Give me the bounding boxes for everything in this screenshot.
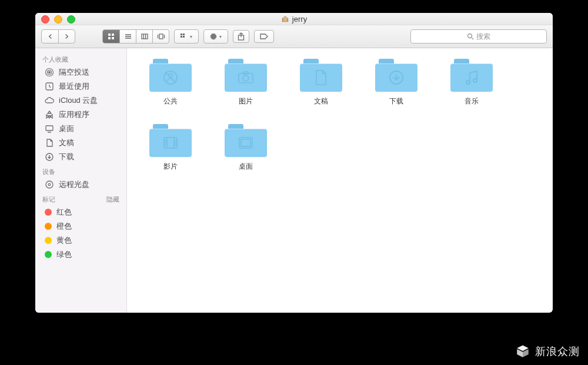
downloads-glyph <box>388 69 405 86</box>
svg-rect-14 <box>181 36 182 38</box>
watermark-text: 新浪众测 <box>535 344 580 359</box>
section-title: 个人收藏 <box>42 55 68 64</box>
section-title: 标记 <box>42 195 55 204</box>
section-title: 设备 <box>42 168 55 176</box>
sidebar-item[interactable]: 桌面 <box>35 122 126 136</box>
folder-item[interactable]: 音乐 <box>434 59 509 106</box>
sidebar-item-label: 桌面 <box>59 123 74 134</box>
tag-dot-icon <box>45 209 52 216</box>
sidebar-item-label: 远程光盘 <box>59 179 89 190</box>
home-icon <box>281 15 289 23</box>
svg-point-27 <box>46 181 53 188</box>
forward-button[interactable] <box>58 30 75 43</box>
folder-item[interactable]: 文稿 <box>283 59 359 106</box>
svg-rect-16 <box>183 36 185 38</box>
sidebar-item-label: 应用程序 <box>59 109 89 120</box>
folder-label: 音乐 <box>465 96 479 106</box>
search-icon <box>467 33 474 40</box>
folder-item[interactable]: 公共 <box>133 59 208 106</box>
sidebar-item[interactable]: 橙色 <box>35 219 126 233</box>
svg-point-18 <box>468 34 472 38</box>
disc-icon <box>45 180 54 189</box>
sidebar-item[interactable]: 最近使用 <box>35 79 126 93</box>
tag-dot-icon <box>45 251 52 258</box>
minimize-button[interactable] <box>54 15 62 24</box>
gallery-view-button[interactable] <box>152 30 169 43</box>
window-title: jerry <box>281 15 307 24</box>
content-area[interactable]: 公共图片文稿下载音乐影片桌面 <box>127 48 553 313</box>
folder-item[interactable]: 影片 <box>133 124 208 172</box>
tags-button[interactable] <box>254 30 274 43</box>
svg-line-19 <box>472 38 473 39</box>
sidebar-item[interactable]: 红色 <box>35 205 126 219</box>
sidebar-item-label: 绿色 <box>56 249 72 260</box>
folder-icon <box>375 59 417 92</box>
finder-window: jerry ▼ <box>35 13 553 313</box>
folder-label: 文稿 <box>314 96 328 106</box>
svg-rect-1 <box>112 34 114 36</box>
sidebar-item-label: 红色 <box>56 207 72 217</box>
icon-view-button[interactable] <box>103 30 119 43</box>
tag-icon <box>259 33 269 40</box>
folder-item[interactable]: 图片 <box>208 59 283 106</box>
column-view-button[interactable] <box>136 30 152 43</box>
svg-rect-7 <box>142 34 148 39</box>
svg-point-22 <box>49 72 51 73</box>
movies-glyph <box>162 136 179 150</box>
public-glyph <box>162 69 179 86</box>
gear-icon <box>209 32 218 41</box>
folder-label: 公共 <box>163 96 178 106</box>
sidebar-item[interactable]: 下载 <box>35 150 126 164</box>
svg-point-36 <box>466 81 470 84</box>
folder-label: 影片 <box>163 162 178 172</box>
folder-label: 下载 <box>389 96 403 106</box>
sidebar-item-label: 黄色 <box>56 235 72 246</box>
folder-item[interactable]: 桌面 <box>208 124 283 172</box>
sidebar-item[interactable]: 隔空投送 <box>35 65 126 79</box>
close-button[interactable] <box>41 15 49 24</box>
sidebar: 个人收藏隔空投送最近使用iCloud 云盘应用程序桌面文稿下载设备远程光盘标记隐… <box>35 48 127 313</box>
watermark: 新浪众测 <box>515 344 580 359</box>
svg-rect-3 <box>112 37 114 39</box>
desktop-icon <box>45 124 54 133</box>
sidebar-item[interactable]: 远程光盘 <box>35 178 126 192</box>
sidebar-section-header: 个人收藏 <box>35 52 126 65</box>
svg-rect-2 <box>108 37 111 39</box>
svg-rect-48 <box>241 139 250 146</box>
svg-rect-10 <box>159 34 163 39</box>
arrange-menu[interactable]: ▼ <box>174 29 199 43</box>
folder-icon <box>149 124 192 157</box>
search-input[interactable]: 搜索 <box>410 29 547 43</box>
view-switcher <box>102 29 169 43</box>
sidebar-item[interactable]: 黄色 <box>35 233 126 247</box>
window-title-text: jerry <box>292 15 307 24</box>
action-menu[interactable]: ▼ <box>203 29 228 43</box>
pictures-glyph <box>237 71 255 85</box>
watermark-icon <box>515 344 530 359</box>
sidebar-item[interactable]: 文稿 <box>35 136 126 150</box>
svg-rect-13 <box>181 34 182 35</box>
folder-grid: 公共图片文稿下载音乐影片桌面 <box>133 59 547 172</box>
sidebar-item-label: iCloud 云盘 <box>59 95 98 106</box>
list-view-button[interactable] <box>119 30 136 43</box>
folder-item[interactable]: 下载 <box>359 59 434 106</box>
tag-dot-icon <box>45 237 52 244</box>
documents-glyph <box>315 69 328 86</box>
svg-rect-15 <box>183 34 185 35</box>
hide-button[interactable]: 隐藏 <box>106 195 119 204</box>
sidebar-item[interactable]: 应用程序 <box>35 108 126 122</box>
maximize-button[interactable] <box>67 15 75 24</box>
share-button[interactable] <box>233 30 249 43</box>
svg-point-28 <box>48 183 51 186</box>
search-placeholder: 搜索 <box>476 32 490 42</box>
sidebar-section-header: 标记隐藏 <box>35 192 126 205</box>
icloud-icon <box>45 96 54 105</box>
back-button[interactable] <box>42 30 58 43</box>
folder-icon <box>149 59 192 92</box>
sidebar-item-label: 最近使用 <box>59 81 89 92</box>
music-glyph <box>464 69 479 86</box>
downloads-icon <box>45 152 54 162</box>
sidebar-item-label: 文稿 <box>59 138 74 148</box>
sidebar-item[interactable]: 绿色 <box>35 247 126 262</box>
sidebar-item[interactable]: iCloud 云盘 <box>35 93 126 108</box>
